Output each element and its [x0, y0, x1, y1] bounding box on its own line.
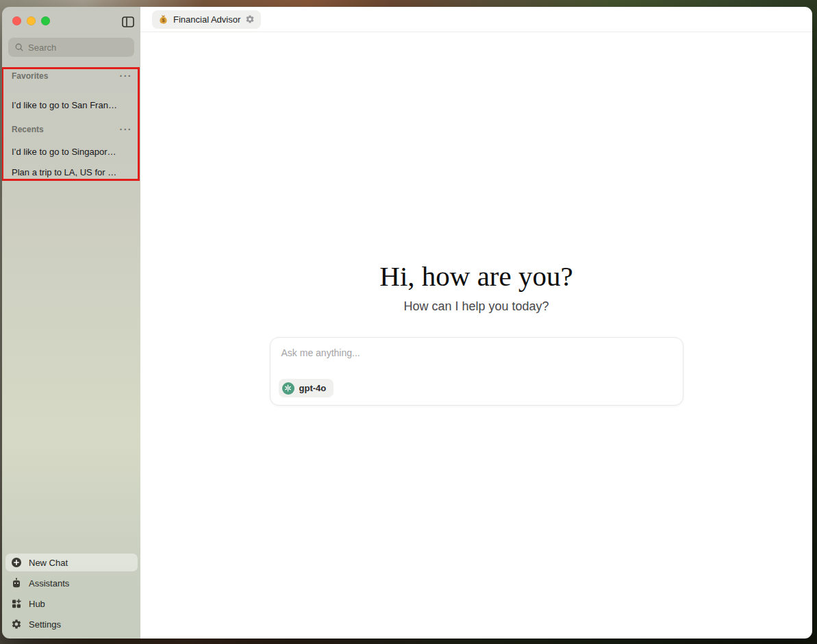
- sidebar-item-label: Hub: [29, 599, 45, 609]
- close-button[interactable]: [12, 16, 21, 25]
- sidebar-item-hub[interactable]: Hub: [5, 595, 138, 612]
- greeting-subtitle: How can I help you today?: [140, 299, 812, 314]
- sidebar-item-new-chat[interactable]: New Chat: [5, 554, 138, 571]
- hub-grid-plus-icon: [11, 598, 22, 609]
- money-bag-icon: $: [158, 14, 168, 25]
- search-icon: [14, 42, 24, 52]
- tab-settings-gear-icon[interactable]: [245, 14, 255, 24]
- favorites-section-header: Favorites ···: [12, 71, 134, 82]
- tab-financial-advisor[interactable]: $ Financial Advisor: [152, 10, 261, 29]
- favorites-menu-ellipsis-icon[interactable]: ···: [118, 73, 134, 79]
- search-input[interactable]: [28, 42, 128, 53]
- app-window: Favorites ··· I’d like to go to San Fran…: [2, 7, 812, 639]
- zoom-button[interactable]: [41, 16, 50, 25]
- greeting-title: Hi, how are you?: [140, 260, 812, 293]
- main-content: $ Financial Advisor Hi, how are you? How…: [140, 7, 812, 639]
- assistant-bot-icon: [11, 578, 22, 589]
- recents-menu-ellipsis-icon[interactable]: ···: [118, 127, 134, 132]
- chat-item-favorite[interactable]: I’d like to go to San Fran…: [12, 99, 135, 112]
- recents-label: Recents: [12, 125, 44, 134]
- search-field[interactable]: [8, 38, 134, 57]
- sidebar-toggle-icon: [122, 16, 134, 29]
- message-composer[interactable]: gpt-4o: [270, 337, 683, 406]
- model-selector-chip[interactable]: gpt-4o: [279, 379, 334, 397]
- sidebar-toggle-button[interactable]: [121, 16, 136, 29]
- message-input[interactable]: [275, 342, 679, 372]
- sidebar-item-label: Settings: [29, 619, 61, 630]
- gear-icon: [11, 619, 22, 630]
- sidebar-item-label: New Chat: [29, 558, 68, 568]
- tab-bar: $ Financial Advisor: [140, 7, 812, 32]
- traffic-lights: [12, 16, 50, 25]
- sidebar-item-settings[interactable]: Settings: [5, 615, 138, 633]
- chat-item-recent[interactable]: I’d like to go to Singapor…: [12, 145, 135, 159]
- tab-label: Financial Advisor: [173, 14, 240, 25]
- recents-section-header: Recents ···: [12, 124, 134, 135]
- model-name: gpt-4o: [299, 383, 327, 393]
- sidebar-item-label: Assistants: [29, 578, 69, 589]
- sidebar: Favorites ··· I’d like to go to San Fran…: [2, 7, 140, 639]
- plus-circle-icon: [11, 557, 22, 568]
- chat-item-recent[interactable]: Plan a trip to LA, US for …: [12, 166, 135, 179]
- favorites-label: Favorites: [12, 71, 48, 81]
- sidebar-item-assistants[interactable]: Assistants: [5, 574, 138, 592]
- openai-logo-icon: [282, 382, 294, 395]
- minimize-button[interactable]: [27, 16, 36, 25]
